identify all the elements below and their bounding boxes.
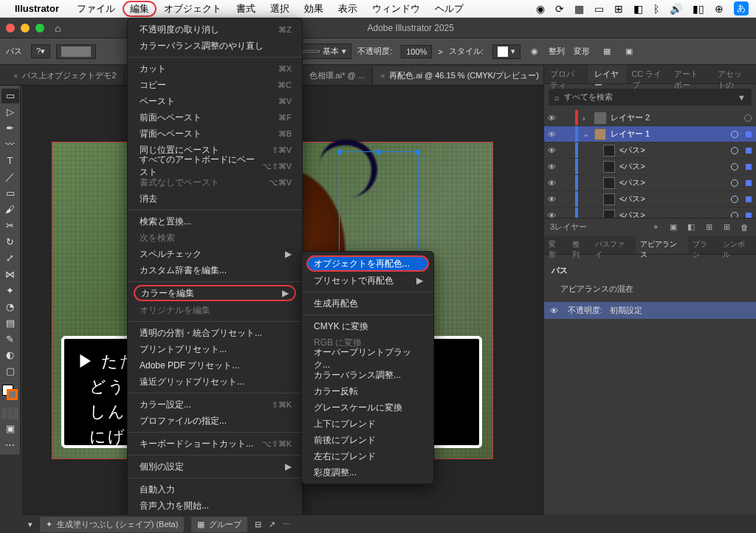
- status-icon[interactable]: ▾: [28, 520, 32, 529]
- menu-effect[interactable]: 効果: [297, 1, 331, 17]
- visibility-icon[interactable]: 👁: [546, 130, 557, 139]
- panel-tab-cc[interactable]: CC ライブ: [626, 65, 668, 83]
- menu-pdf-preset[interactable]: Adobe PDF プリセット...: [128, 357, 302, 374]
- panel-tab-appearance[interactable]: アピアランス: [636, 235, 688, 254]
- menu-copy[interactable]: コピー⌘C: [128, 77, 302, 93]
- menu-cut[interactable]: カット⌘X: [128, 61, 302, 77]
- document-tab[interactable]: ×パス上オブジェクトデモ2: [6, 66, 125, 85]
- gradient-tool[interactable]: ▤: [1, 315, 19, 330]
- panel-tab-symbols[interactable]: シンボル: [718, 235, 756, 254]
- document-tab[interactable]: 色相環.ai* @ ...: [302, 66, 373, 85]
- make-mask-icon[interactable]: ◧: [685, 222, 697, 232]
- menu-voice-input[interactable]: 音声入力を開始...: [128, 498, 302, 514]
- new-sublayer-icon[interactable]: ⊞: [703, 222, 715, 232]
- scissors-tool[interactable]: ✂: [1, 219, 19, 233]
- panel-tab-transform[interactable]: 変形: [544, 235, 568, 254]
- align-link[interactable]: 整列: [549, 46, 565, 57]
- status-icon[interactable]: ⊞: [614, 3, 623, 15]
- recolor-icon[interactable]: ◉: [526, 44, 543, 60]
- type-tool[interactable]: T: [1, 154, 19, 168]
- panel-tab-properties[interactable]: プロパティ: [544, 65, 588, 83]
- layer-row[interactable]: 👁<パス>: [544, 175, 756, 191]
- menu-spellcheck[interactable]: スペルチェック▶: [128, 246, 302, 262]
- maximize-window-icon[interactable]: [35, 24, 44, 32]
- submenu-overprint[interactable]: オーバープリントブラック...: [302, 351, 433, 367]
- panel-tab-artboards[interactable]: アートボー: [668, 65, 712, 83]
- layer-row[interactable]: 👁<パス>: [544, 207, 756, 218]
- color-mode-switch[interactable]: [0, 408, 20, 419]
- status-icon[interactable]: ◧: [633, 3, 643, 15]
- submenu-recolor-object[interactable]: オブジェクトを再配色...: [306, 255, 429, 272]
- menu-redo[interactable]: カラーバランス調整のやり直し: [128, 38, 302, 54]
- screen-mode-icon[interactable]: ▣: [1, 421, 19, 436]
- submenu-cmyk[interactable]: CMYK に変換: [302, 318, 433, 334]
- menu-select[interactable]: 選択: [263, 1, 297, 17]
- submenu-blend-lr[interactable]: 左右にブレンド: [302, 448, 433, 464]
- layer-row-selected[interactable]: 👁 ⌄ レイヤー 1: [544, 126, 756, 142]
- eyedropper-tool[interactable]: ✎: [1, 331, 19, 346]
- group-button[interactable]: ▦ グループ: [191, 517, 247, 532]
- curvature-tool[interactable]: 〰: [1, 137, 19, 152]
- home-icon[interactable]: ⌂: [55, 22, 61, 34]
- help-dropdown[interactable]: ?▾: [31, 44, 50, 58]
- menu-color-settings[interactable]: カラー設定...⇧⌘K: [128, 396, 302, 413]
- filter-icon[interactable]: ▼: [738, 93, 746, 102]
- close-tab-icon[interactable]: ×: [380, 72, 385, 80]
- menu-find[interactable]: 検索と置換...: [128, 213, 302, 230]
- rotate-tool[interactable]: ↻: [1, 234, 19, 249]
- fill-stroke-swatch[interactable]: [0, 385, 20, 406]
- generative-fill-button[interactable]: ✦ 生成塗りつぶし (シェイプ) (Beta): [40, 517, 184, 532]
- free-transform-tool[interactable]: ✦: [1, 283, 19, 298]
- submenu-recolor-preset[interactable]: プリセットで再配色▶: [302, 272, 433, 289]
- submenu-blend-horizontal[interactable]: 前後にブレンド: [302, 432, 433, 448]
- status-icon[interactable]: ◉: [536, 3, 545, 15]
- submenu-color-balance[interactable]: カラーバランス調整...: [302, 367, 433, 383]
- traffic-lights[interactable]: [6, 24, 44, 32]
- menu-paste-all-artboards[interactable]: すべてのアートボードにペースト⌥⇧⌘V: [128, 158, 302, 174]
- layer-search[interactable]: ⌕ すべてを検索 ▼: [549, 89, 752, 106]
- layer-row[interactable]: 👁<パス>: [544, 191, 756, 207]
- volume-icon[interactable]: 🔊: [670, 3, 682, 15]
- submenu-invert[interactable]: カラー反転: [302, 383, 433, 399]
- menu-paste[interactable]: ペースト⌘V: [128, 93, 302, 109]
- visibility-icon[interactable]: 👁: [546, 114, 557, 123]
- menu-paste-front[interactable]: 前面へペースト⌘F: [128, 109, 302, 125]
- status-icon[interactable]: ⟳: [555, 3, 564, 15]
- pen-tool[interactable]: ✒: [1, 121, 19, 136]
- menu-undo[interactable]: 不透明度の取り消し⌘Z: [128, 21, 302, 38]
- status-icon[interactable]: ▭: [594, 3, 604, 15]
- direct-select-tool[interactable]: ▷: [1, 105, 19, 120]
- panel-tab-brushes[interactable]: ブラシ: [688, 235, 718, 254]
- layer-row[interactable]: 👁 › レイヤー 2: [544, 110, 756, 126]
- menu-file[interactable]: ファイル: [69, 1, 123, 17]
- layer-row[interactable]: 👁<パス>: [544, 159, 756, 175]
- panel-tab-assets[interactable]: アセットの: [712, 65, 756, 83]
- panel-tab-layers[interactable]: レイヤー: [588, 65, 626, 83]
- selection-tool[interactable]: ▭: [1, 89, 19, 103]
- panel-tab-pathfinder[interactable]: パスファイ: [591, 235, 636, 254]
- layer-row[interactable]: 👁<パス>: [544, 142, 756, 159]
- opacity-input[interactable]: 100%: [401, 45, 432, 58]
- line-tool[interactable]: ／: [1, 170, 19, 185]
- menu-window[interactable]: ウィンドウ: [365, 1, 427, 17]
- style-dropdown[interactable]: ▾: [492, 44, 520, 59]
- minimize-window-icon[interactable]: [21, 24, 30, 32]
- menu-view[interactable]: 表示: [331, 1, 365, 17]
- panel-tab-align[interactable]: 整列: [568, 235, 591, 254]
- appearance-opacity-row[interactable]: 👁 不透明度: 初期設定: [544, 302, 756, 319]
- crop-icon[interactable]: ▣: [621, 44, 637, 60]
- menu-help[interactable]: ヘルプ: [427, 1, 471, 17]
- close-window-icon[interactable]: [6, 24, 15, 32]
- isolate-icon[interactable]: ▦: [599, 44, 615, 60]
- status-icon[interactable]: ↗: [269, 520, 275, 529]
- shape-builder-tool[interactable]: ◔: [1, 299, 19, 314]
- wifi-icon[interactable]: ⊕: [715, 3, 724, 15]
- menu-keyboard-shortcuts[interactable]: キーボードショートカット...⌥⇧⌘K: [128, 436, 302, 452]
- menu-clear[interactable]: 消去: [128, 190, 302, 207]
- status-icon[interactable]: ⋯: [283, 520, 291, 529]
- menu-individual-settings[interactable]: 個別の設定▶: [128, 458, 302, 475]
- document-tab-active[interactable]: ×再配色.ai @ 46.15 % (CMYK/プレビュー): [373, 66, 547, 85]
- transform-link[interactable]: 変形: [574, 46, 590, 57]
- width-tool[interactable]: ⋈: [1, 266, 19, 281]
- delete-layer-icon[interactable]: 🗑: [738, 223, 750, 232]
